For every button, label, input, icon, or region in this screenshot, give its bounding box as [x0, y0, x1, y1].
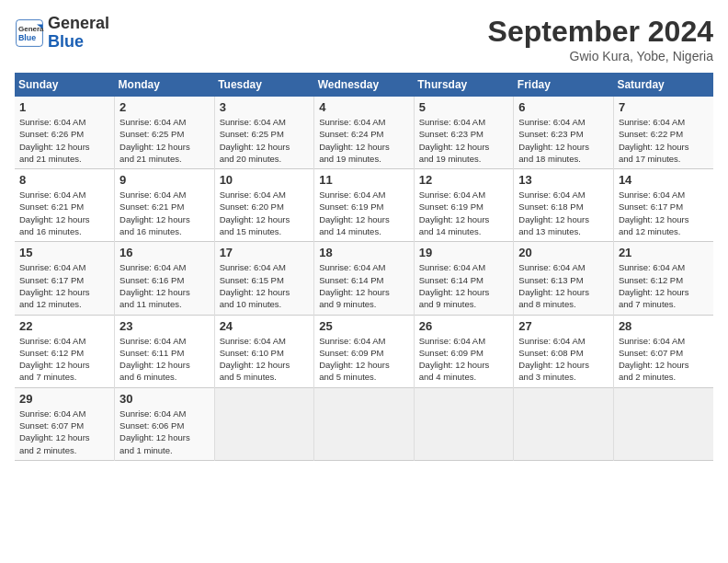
calendar-cell	[414, 387, 514, 460]
day-number: 6	[518, 100, 609, 114]
calendar-cell: 17Sunrise: 6:04 AM Sunset: 6:15 PM Dayli…	[214, 242, 314, 315]
day-number: 28	[619, 319, 709, 333]
logo: General Blue GeneralBlue	[15, 15, 109, 52]
logo-icon: General Blue	[15, 18, 44, 48]
day-number: 3	[220, 100, 310, 114]
day-number: 26	[419, 319, 509, 333]
day-info: Sunrise: 6:04 AM Sunset: 6:19 PM Dayligh…	[319, 189, 409, 237]
weekday-header-thursday: Thursday	[414, 73, 514, 97]
day-number: 16	[119, 246, 210, 259]
weekday-header-friday: Friday	[514, 73, 614, 97]
calendar-cell: 12Sunrise: 6:04 AM Sunset: 6:19 PM Dayli…	[414, 169, 514, 242]
weekday-header-wednesday: Wednesday	[314, 73, 415, 97]
calendar-cell: 4Sunrise: 6:04 AM Sunset: 6:24 PM Daylig…	[314, 97, 415, 169]
calendar-cell: 3Sunrise: 6:04 AM Sunset: 6:25 PM Daylig…	[214, 97, 314, 169]
day-info: Sunrise: 6:04 AM Sunset: 6:08 PM Dayligh…	[518, 335, 609, 384]
day-number: 21	[619, 246, 709, 259]
day-info: Sunrise: 6:04 AM Sunset: 6:07 PM Dayligh…	[19, 408, 109, 456]
day-number: 18	[319, 246, 409, 259]
day-info: Sunrise: 6:04 AM Sunset: 6:14 PM Dayligh…	[319, 261, 409, 310]
day-info: Sunrise: 6:04 AM Sunset: 6:12 PM Dayligh…	[619, 261, 709, 310]
day-info: Sunrise: 6:04 AM Sunset: 6:10 PM Dayligh…	[220, 335, 310, 384]
location: Gwio Kura, Yobe, Nigeria	[488, 49, 713, 63]
day-number: 29	[19, 392, 109, 406]
calendar-cell: 5Sunrise: 6:04 AM Sunset: 6:23 PM Daylig…	[414, 97, 514, 169]
day-number: 24	[220, 319, 310, 333]
weekday-header-row: SundayMondayTuesdayWednesdayThursdayFrid…	[15, 73, 713, 97]
day-number: 13	[518, 173, 609, 187]
calendar-cell	[314, 387, 415, 460]
day-info: Sunrise: 6:04 AM Sunset: 6:11 PM Dayligh…	[119, 335, 210, 384]
calendar-cell: 10Sunrise: 6:04 AM Sunset: 6:20 PM Dayli…	[214, 169, 314, 242]
day-info: Sunrise: 6:04 AM Sunset: 6:23 PM Dayligh…	[419, 116, 509, 165]
calendar-week-row: 15Sunrise: 6:04 AM Sunset: 6:17 PM Dayli…	[15, 242, 713, 315]
day-number: 2	[119, 100, 210, 114]
day-info: Sunrise: 6:04 AM Sunset: 6:06 PM Dayligh…	[119, 408, 210, 456]
page-header: General Blue GeneralBlue September 2024 …	[15, 15, 713, 63]
weekday-header-tuesday: Tuesday	[214, 73, 314, 97]
calendar-cell: 2Sunrise: 6:04 AM Sunset: 6:25 PM Daylig…	[115, 97, 215, 169]
day-number: 30	[119, 392, 210, 406]
day-info: Sunrise: 6:04 AM Sunset: 6:09 PM Dayligh…	[319, 335, 409, 384]
day-number: 23	[119, 319, 210, 333]
day-number: 22	[19, 319, 109, 333]
calendar-cell: 8Sunrise: 6:04 AM Sunset: 6:21 PM Daylig…	[15, 169, 115, 242]
calendar-cell: 15Sunrise: 6:04 AM Sunset: 6:17 PM Dayli…	[15, 242, 115, 315]
calendar-cell: 27Sunrise: 6:04 AM Sunset: 6:08 PM Dayli…	[514, 315, 614, 387]
day-info: Sunrise: 6:04 AM Sunset: 6:26 PM Dayligh…	[19, 116, 109, 165]
day-info: Sunrise: 6:04 AM Sunset: 6:25 PM Dayligh…	[119, 116, 210, 165]
day-info: Sunrise: 6:04 AM Sunset: 6:17 PM Dayligh…	[19, 261, 109, 310]
calendar-cell: 21Sunrise: 6:04 AM Sunset: 6:12 PM Dayli…	[613, 242, 713, 315]
weekday-header-sunday: Sunday	[15, 73, 115, 97]
weekday-header-monday: Monday	[115, 73, 215, 97]
day-info: Sunrise: 6:04 AM Sunset: 6:18 PM Dayligh…	[518, 189, 609, 237]
day-number: 1	[19, 100, 109, 114]
day-info: Sunrise: 6:04 AM Sunset: 6:09 PM Dayligh…	[419, 335, 509, 384]
day-info: Sunrise: 6:04 AM Sunset: 6:23 PM Dayligh…	[518, 116, 609, 165]
day-number: 8	[19, 173, 109, 187]
calendar-cell: 26Sunrise: 6:04 AM Sunset: 6:09 PM Dayli…	[414, 315, 514, 387]
calendar-cell: 24Sunrise: 6:04 AM Sunset: 6:10 PM Dayli…	[214, 315, 314, 387]
day-info: Sunrise: 6:04 AM Sunset: 6:12 PM Dayligh…	[19, 335, 109, 384]
svg-text:Blue: Blue	[18, 33, 36, 42]
day-info: Sunrise: 6:04 AM Sunset: 6:07 PM Dayligh…	[619, 335, 709, 384]
day-number: 9	[119, 173, 210, 187]
day-number: 27	[518, 319, 609, 333]
day-number: 12	[419, 173, 509, 187]
calendar-week-row: 1Sunrise: 6:04 AM Sunset: 6:26 PM Daylig…	[15, 97, 713, 169]
calendar-cell: 25Sunrise: 6:04 AM Sunset: 6:09 PM Dayli…	[314, 315, 415, 387]
day-info: Sunrise: 6:04 AM Sunset: 6:25 PM Dayligh…	[220, 116, 310, 165]
day-number: 5	[419, 100, 509, 114]
calendar-cell: 20Sunrise: 6:04 AM Sunset: 6:13 PM Dayli…	[514, 242, 614, 315]
calendar-cell: 30Sunrise: 6:04 AM Sunset: 6:06 PM Dayli…	[115, 387, 215, 460]
day-info: Sunrise: 6:04 AM Sunset: 6:20 PM Dayligh…	[220, 189, 310, 237]
calendar-cell: 14Sunrise: 6:04 AM Sunset: 6:17 PM Dayli…	[613, 169, 713, 242]
calendar-cell: 29Sunrise: 6:04 AM Sunset: 6:07 PM Dayli…	[15, 387, 115, 460]
calendar-cell: 13Sunrise: 6:04 AM Sunset: 6:18 PM Dayli…	[514, 169, 614, 242]
day-number: 10	[220, 173, 310, 187]
calendar-cell: 23Sunrise: 6:04 AM Sunset: 6:11 PM Dayli…	[115, 315, 215, 387]
calendar-cell: 7Sunrise: 6:04 AM Sunset: 6:22 PM Daylig…	[613, 97, 713, 169]
day-number: 14	[619, 173, 709, 187]
day-info: Sunrise: 6:04 AM Sunset: 6:13 PM Dayligh…	[518, 261, 609, 310]
day-number: 17	[220, 246, 310, 259]
logo-name: GeneralBlue	[48, 15, 109, 52]
day-info: Sunrise: 6:04 AM Sunset: 6:17 PM Dayligh…	[619, 189, 709, 237]
day-info: Sunrise: 6:04 AM Sunset: 6:21 PM Dayligh…	[19, 189, 109, 237]
calendar-cell	[613, 387, 713, 460]
calendar-cell: 19Sunrise: 6:04 AM Sunset: 6:14 PM Dayli…	[414, 242, 514, 315]
day-number: 20	[518, 246, 609, 259]
calendar-cell: 28Sunrise: 6:04 AM Sunset: 6:07 PM Dayli…	[613, 315, 713, 387]
calendar-cell: 1Sunrise: 6:04 AM Sunset: 6:26 PM Daylig…	[15, 97, 115, 169]
day-number: 19	[419, 246, 509, 259]
day-info: Sunrise: 6:04 AM Sunset: 6:14 PM Dayligh…	[419, 261, 509, 310]
calendar-cell: 9Sunrise: 6:04 AM Sunset: 6:21 PM Daylig…	[115, 169, 215, 242]
day-info: Sunrise: 6:04 AM Sunset: 6:22 PM Dayligh…	[619, 116, 709, 165]
title-area: September 2024 Gwio Kura, Yobe, Nigeria	[488, 15, 713, 63]
calendar-cell: 16Sunrise: 6:04 AM Sunset: 6:16 PM Dayli…	[115, 242, 215, 315]
weekday-header-saturday: Saturday	[613, 73, 713, 97]
day-number: 25	[319, 319, 409, 333]
day-number: 11	[319, 173, 409, 187]
calendar-week-row: 22Sunrise: 6:04 AM Sunset: 6:12 PM Dayli…	[15, 315, 713, 387]
calendar-cell	[214, 387, 314, 460]
